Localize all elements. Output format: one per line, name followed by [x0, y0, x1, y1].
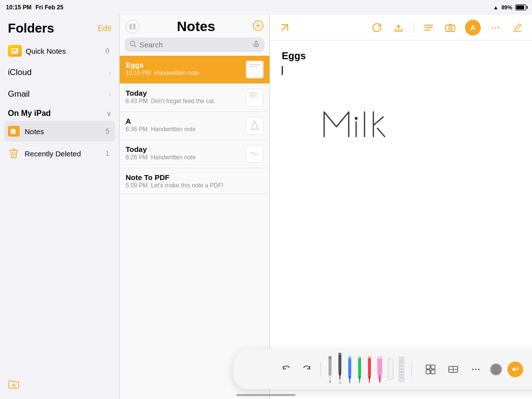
svg-rect-70	[426, 365, 430, 369]
svg-rect-56	[377, 357, 382, 375]
quick-notes-count: 0	[105, 47, 109, 55]
sidebar-item-icloud[interactable]: iCloud ›	[4, 62, 115, 83]
search-bar[interactable]	[125, 37, 265, 52]
svg-rect-23	[249, 97, 258, 98]
lines-button[interactable]	[422, 21, 435, 35]
svg-rect-44	[348, 357, 351, 376]
more-tools-button[interactable]	[467, 361, 485, 378]
sidebar-item-quick-notes[interactable]: Quick Notes 0	[4, 40, 115, 62]
compose-button[interactable]	[510, 21, 524, 35]
note-editor: A Eggs	[270, 15, 532, 399]
notes-folder-label: Notes	[25, 127, 105, 136]
note-cursor	[282, 66, 520, 75]
svg-rect-52	[368, 357, 371, 376]
sidebar: Folders Edit Quick Notes 0 iCloud ›	[0, 15, 120, 399]
sidebar-item-recently-deleted[interactable]: Recently Deleted 1	[4, 143, 115, 164]
note-content[interactable]: Eggs	[270, 40, 532, 399]
svg-rect-42	[338, 353, 341, 355]
redo-button[interactable]	[299, 362, 314, 377]
sidebar-bottom	[0, 373, 119, 399]
note-item-pdf-title: Note To PDF	[126, 173, 264, 181]
on-my-ipad-chevron: ∨	[106, 109, 111, 117]
grid-button[interactable]	[422, 361, 439, 378]
note-item-pdf[interactable]: Note To PDF 5:09 PM Let's make this note…	[120, 168, 269, 194]
sidebar-title: Folders	[8, 21, 54, 36]
toolbar-separator-2	[411, 362, 412, 377]
pen-a-label: A	[339, 381, 341, 384]
search-input[interactable]	[139, 40, 250, 49]
status-bar-left: 10:15 PM Fri Feb 25	[6, 4, 64, 11]
svg-rect-17	[249, 64, 260, 65]
svg-rect-14	[255, 41, 257, 44]
more-options-button[interactable]	[489, 21, 502, 35]
note-item-today-1-title: Today	[126, 89, 242, 97]
panel-toggle-button[interactable]	[126, 20, 139, 34]
refresh-button[interactable]	[370, 21, 384, 35]
note-item-today-1[interactable]: Today 6:43 PM Don't forget feed the cat.	[120, 84, 269, 112]
note-item-today-2-thumbnail	[246, 145, 264, 163]
notes-folder-icon	[8, 126, 20, 137]
note-item-today-2[interactable]: Today 6:26 PM Handwritten note	[120, 140, 269, 168]
time-display: 10:15 PM	[6, 4, 32, 11]
camera-button[interactable]	[443, 21, 457, 35]
sidebar-header: Folders Edit	[0, 15, 119, 40]
svg-rect-71	[431, 365, 435, 369]
note-item-today-1-content: Today 6:43 PM Don't forget feed the cat.	[126, 89, 242, 105]
svg-rect-2	[12, 51, 15, 52]
sidebar-item-notes[interactable]: Notes 5	[4, 121, 115, 142]
done-button[interactable]	[507, 362, 523, 377]
notes-list-header: Notes	[120, 15, 269, 37]
notes-list-more-button[interactable]	[253, 20, 264, 34]
svg-point-32	[492, 27, 494, 28]
note-item-a-content: A 6:36 PM Handwritten note	[126, 117, 242, 133]
svg-point-79	[478, 369, 480, 370]
on-my-ipad-label: On My iPad	[8, 109, 51, 118]
note-item-a-title: A	[126, 117, 242, 125]
edit-button[interactable]: Edit	[98, 24, 111, 33]
text-format-button[interactable]: A	[465, 20, 481, 36]
sidebar-item-gmail[interactable]: Gmail ›	[4, 83, 115, 105]
svg-rect-1	[12, 49, 16, 50]
marker-tool[interactable]	[376, 356, 384, 384]
note-item-eggs-thumbnail	[246, 61, 264, 78]
handwriting-svg	[319, 100, 418, 149]
handwriting-area	[319, 100, 418, 151]
note-item-pdf-meta: 5:09 PM Let's make this note a PDF!	[126, 182, 264, 189]
icloud-chevron: ›	[109, 69, 111, 76]
ruler-tool[interactable]	[398, 356, 405, 384]
battery-percent: 89%	[501, 4, 512, 10]
note-item-eggs[interactable]: Eggs 10:15 PM Handwritten note	[120, 56, 269, 84]
note-item-today-2-content: Today 6:26 PM Handwritten note	[126, 145, 242, 161]
new-folder-button[interactable]	[8, 379, 20, 393]
status-bar: 10:15 PM Fri Feb 25 ▲ 89%	[0, 0, 532, 15]
svg-rect-7	[130, 24, 132, 30]
wifi-icon: ▲	[493, 4, 499, 10]
pen-green-tool[interactable]	[356, 356, 363, 384]
note-item-today-1-meta: 6:43 PM Don't forget feed the cat.	[126, 98, 242, 105]
color-picker-dot[interactable]	[490, 363, 502, 376]
on-my-ipad-header[interactable]: On My iPad ∨	[4, 105, 115, 120]
note-item-a-meta: 6:36 PM Handwritten note	[126, 126, 242, 133]
svg-rect-21	[249, 94, 259, 95]
back-arrow-button[interactable]	[278, 21, 292, 35]
date-display: Fri Feb 25	[35, 4, 64, 11]
pen-red-tool[interactable]	[366, 356, 373, 384]
note-item-a-thumbnail	[246, 117, 264, 135]
pen-blue-tool[interactable]	[346, 356, 353, 384]
svg-rect-57	[378, 375, 381, 380]
table-button[interactable]	[444, 361, 462, 378]
undo-button[interactable]	[279, 362, 295, 377]
svg-rect-46	[348, 356, 351, 359]
note-item-eggs-content: Eggs 10:15 PM Handwritten note	[126, 61, 242, 76]
status-bar-right: ▲ 89%	[493, 4, 526, 10]
svg-line-13	[134, 45, 136, 47]
note-item-a[interactable]: A 6:36 PM Handwritten note	[120, 112, 269, 140]
svg-point-34	[498, 27, 499, 28]
gmail-label: Gmail	[8, 89, 109, 99]
note-item-today-2-title: Today	[126, 145, 242, 153]
eraser-tool[interactable]	[387, 356, 395, 384]
pencil-tool[interactable]	[327, 356, 333, 384]
pen-a-tool[interactable]: A	[336, 353, 343, 384]
share-button[interactable]	[392, 21, 405, 35]
note-item-today-2-meta: 6:26 PM Handwritten note	[126, 154, 242, 161]
